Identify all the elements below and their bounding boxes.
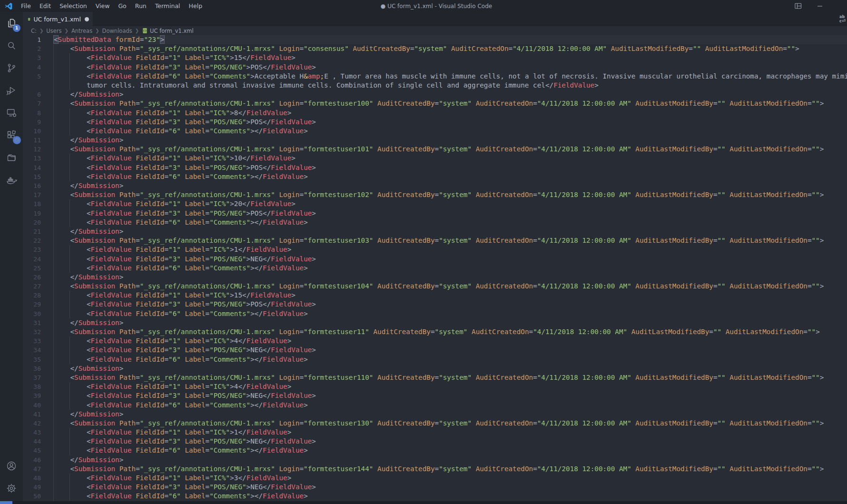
activity-extensions-icon[interactable] [0, 124, 23, 146]
code-text[interactable]: <FieldValue FieldId="6" Label="Comments"… [54, 264, 847, 273]
code-text[interactable]: <FieldValue FieldId="3" Label="POS/NEG">… [54, 255, 847, 264]
code-text[interactable]: <Submission Path="_sys_ref/annotations/C… [54, 419, 847, 428]
code-text[interactable]: <FieldValue FieldId="3" Label="POS/NEG">… [54, 63, 847, 72]
indent-guide [53, 90, 54, 99]
indent-guide [53, 63, 54, 72]
indent-guide [53, 455, 54, 464]
code-text[interactable]: </Submission> [54, 364, 847, 373]
code-text[interactable]: </Submission> [54, 90, 847, 99]
code-text[interactable]: <FieldValue FieldId="1" Label="IC%">8</F… [54, 109, 847, 118]
indent-guide [69, 391, 70, 400]
menu-help[interactable]: Help [185, 0, 207, 12]
code-text[interactable]: <FieldValue FieldId="3" Label="POS/NEG">… [54, 209, 847, 218]
code-line: 33 <FieldValue FieldId="1" Label="IC%">4… [23, 336, 847, 346]
code-line: 19 <FieldValue FieldId="3" Label="POS/NE… [23, 209, 847, 218]
line-number: 9 [23, 118, 54, 127]
activity-search-icon[interactable] [0, 34, 23, 57]
code-text[interactable]: <FieldValue FieldId="1" Label="IC%">3</F… [54, 474, 847, 483]
code-text[interactable]: <FieldValue FieldId="3" Label="POS/NEG">… [54, 346, 847, 355]
activity-project-folders-icon[interactable] [0, 146, 23, 168]
breadcrumb-separator: ❯ [39, 28, 43, 33]
line-number: 8 [23, 109, 54, 118]
code-text[interactable]: <FieldValue FieldId="6" Label="Comments"… [54, 446, 847, 455]
minimize-button[interactable] [809, 0, 830, 12]
code-text[interactable]: <FieldValue FieldId="1" Label="IC%">4</F… [54, 336, 847, 346]
code-text[interactable]: <FieldValue FieldId="6" Label="Comments"… [54, 492, 847, 501]
menu-file[interactable]: File [17, 0, 35, 12]
code-text[interactable]: <FieldValue FieldId="1" Label="IC%">4</F… [54, 382, 847, 391]
code-text[interactable]: <Submission Path="_sys_ref/annotations/C… [54, 464, 847, 474]
menu-terminal[interactable]: Terminal [151, 0, 185, 12]
code-text[interactable]: <Submission Path="_sys_ref/annotations/C… [54, 282, 847, 291]
code-text[interactable]: <SubmittedData formId="23"> [54, 35, 847, 44]
customize-layout-icon[interactable] [788, 0, 809, 12]
indent-guide [69, 483, 70, 492]
code-text[interactable]: <FieldValue FieldId="1" Label="IC%">15</… [54, 291, 847, 300]
menu-view[interactable]: View [91, 0, 114, 12]
code-text[interactable]: <FieldValue FieldId="1" Label="IC%">20</… [54, 199, 847, 208]
activity-settings-gear-icon[interactable] [0, 477, 23, 499]
code-text[interactable]: <Submission Path="_sys_ref/annotations/C… [54, 99, 847, 108]
extensions-sync-badge [13, 136, 21, 144]
code-text[interactable]: <FieldValue FieldId="6" Label="Comments"… [54, 309, 847, 318]
tab-uc-form-xml[interactable]: UC form_v1.xml [23, 12, 93, 26]
maximize-button[interactable] [843, 0, 847, 12]
code-text[interactable]: <FieldValue FieldId="1" Label="IC%">15</… [54, 53, 847, 62]
activity-docker-icon[interactable] [0, 168, 23, 191]
activity-account-icon[interactable] [0, 455, 23, 477]
menu-selection[interactable]: Selection [55, 0, 91, 12]
breadcrumb-item[interactable]: Users [46, 28, 62, 34]
breadcrumb-item[interactable]: Antreas [71, 28, 93, 34]
code-text[interactable]: <FieldValue FieldId="3" Label="POS/NEG">… [54, 437, 847, 446]
activity-explorer-icon[interactable]: 1 [0, 12, 23, 34]
indent-guide [69, 118, 70, 127]
code-text[interactable]: <Submission Path="_sys_ref/annotations/C… [54, 327, 847, 336]
code-line: 25 <FieldValue FieldId="6" Label="Commen… [23, 264, 847, 273]
code-text[interactable]: <FieldValue FieldId="1" Label="IC%">1</F… [54, 428, 847, 437]
code-text[interactable]: <FieldValue FieldId="1" Label="IC%">1</F… [54, 245, 847, 254]
remote-indicator[interactable] [0, 501, 12, 504]
code-text[interactable]: </Submission> [54, 318, 847, 327]
breadcrumb-item[interactable]: Downloads [102, 28, 133, 34]
code-line: 12 <Submission Path="_sys_ref/annotation… [23, 145, 847, 154]
code-text[interactable]: <Submission Path="_sys_ref/annotations/C… [54, 236, 847, 245]
line-number: 16 [23, 181, 54, 190]
tab-modified-dot[interactable] [85, 17, 89, 21]
code-text[interactable]: </Submission> [54, 136, 847, 145]
breadcrumb-file[interactable]: UC form_v1.xml [141, 28, 194, 34]
line-number: 41 [23, 410, 54, 419]
code-text[interactable]: </Submission> [54, 410, 847, 419]
code-text[interactable]: <Submission Path="_sys_ref/annotations/C… [54, 44, 847, 53]
code-text[interactable]: <FieldValue FieldId="6" Label="Comments"… [54, 355, 847, 364]
code-text[interactable]: <FieldValue FieldId="6" Label="Comments"… [54, 72, 847, 81]
code-text[interactable]: <FieldValue FieldId="3" Label="POS/NEG">… [54, 118, 847, 127]
code-line: 23 <FieldValue FieldId="1" Label="IC%">1… [23, 245, 847, 254]
code-text[interactable]: </Submission> [54, 273, 847, 282]
code-text[interactable]: <FieldValue FieldId="6" Label="Comments"… [54, 218, 847, 227]
activity-remote-explorer-icon[interactable] [0, 101, 23, 124]
code-text[interactable]: <FieldValue FieldId="3" Label="POS/NEG">… [54, 163, 847, 172]
code-text[interactable]: <Submission Path="_sys_ref/annotations/C… [54, 145, 847, 154]
code-text[interactable]: <FieldValue FieldId="6" Label="Comments"… [54, 401, 847, 410]
indent-guide [69, 255, 70, 264]
activity-source-control-icon[interactable] [0, 57, 23, 79]
code-text[interactable]: <FieldValue FieldId="3" Label="POS/NEG">… [54, 483, 847, 492]
menu-go[interactable]: Go [114, 0, 130, 12]
menu-edit[interactable]: Edit [35, 0, 55, 12]
code-text[interactable]: <FieldValue FieldId="1" Label="IC%">10</… [54, 154, 847, 163]
code-text[interactable]: <FieldValue FieldId="3" Label="POS/NEG">… [54, 300, 847, 309]
code-text[interactable]: <FieldValue FieldId="6" Label="Comments"… [54, 172, 847, 181]
code-text[interactable]: <Submission Path="_sys_ref/annotations/C… [54, 373, 847, 382]
code-text[interactable]: <FieldValue FieldId="6" Label="Comments"… [54, 127, 847, 136]
word-wrap-indicator-icon[interactable]: abc⏎ [839, 15, 847, 24]
code-text[interactable]: tumor cells. Intratumoral and stromal in… [54, 81, 847, 90]
code-text[interactable]: </Submission> [54, 227, 847, 236]
code-text[interactable]: </Submission> [54, 181, 847, 190]
menu-run[interactable]: Run [131, 0, 151, 12]
code-text[interactable]: </Submission> [54, 455, 847, 464]
breadcrumb-item[interactable]: C: [30, 28, 37, 34]
activity-run-debug-icon[interactable] [0, 79, 23, 101]
code-text[interactable]: <FieldValue FieldId="3" Label="POS/NEG">… [54, 391, 847, 400]
code-text[interactable]: <Submission Path="_sys_ref/annotations/C… [54, 190, 847, 199]
code-line: 41 </Submission> [23, 410, 847, 419]
